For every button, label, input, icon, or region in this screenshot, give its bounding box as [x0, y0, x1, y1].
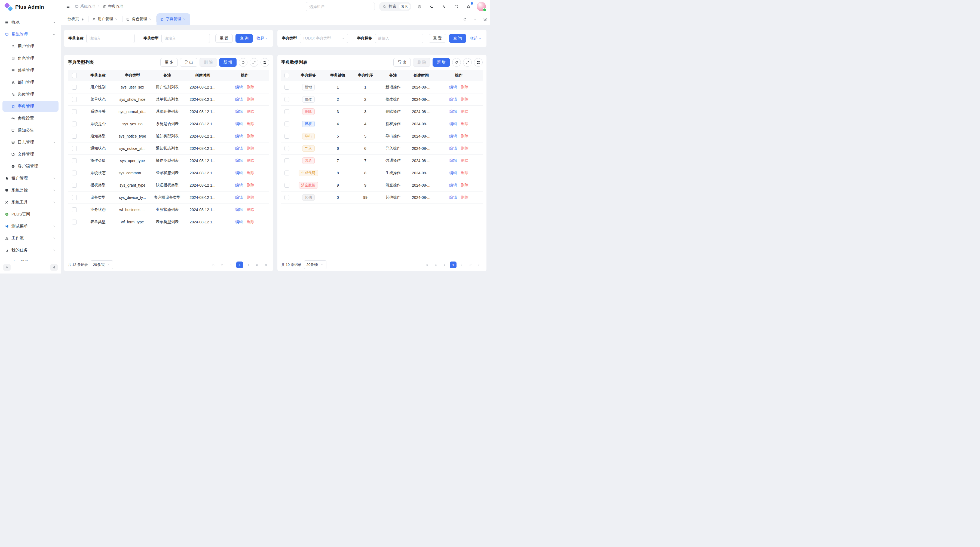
row-checkbox[interactable]: [285, 97, 290, 102]
delete-button[interactable]: 删 除: [200, 58, 217, 67]
delete-link[interactable]: 删除: [247, 97, 254, 101]
row-checkbox[interactable]: [285, 146, 290, 151]
sidebar-item-dict[interactable]: 字典管理: [2, 101, 59, 112]
reset-button[interactable]: 重 置: [215, 34, 233, 43]
delete-link[interactable]: 删除: [247, 134, 254, 138]
edit-link[interactable]: 编辑: [449, 183, 457, 187]
delete-link[interactable]: 删除: [247, 85, 254, 89]
page-size-select[interactable]: 20条/页: [91, 260, 113, 269]
table-columns-icon[interactable]: [261, 58, 269, 67]
prev-page-icon[interactable]: [441, 262, 448, 268]
dict-label-input[interactable]: [375, 34, 423, 43]
select-all-checkbox[interactable]: [285, 73, 290, 78]
delete-link[interactable]: 删除: [461, 146, 468, 150]
row-checkbox[interactable]: [285, 121, 290, 126]
sidebar-item-user[interactable]: 用户管理: [2, 41, 59, 52]
dict-data-row[interactable]: 清空数据99清空操作2024-08-...编辑删除: [281, 179, 483, 191]
delete-link[interactable]: 删除: [247, 195, 254, 199]
edit-link[interactable]: 编辑: [449, 85, 457, 89]
delete-link[interactable]: 删除: [461, 134, 468, 138]
edit-link[interactable]: 编辑: [235, 146, 243, 150]
add-button[interactable]: 新 增: [433, 58, 450, 67]
next-group-icon[interactable]: [467, 262, 474, 268]
dict-type-row[interactable]: 通知状态sys_notice_st...通知状态列表2024-08-12 1..…: [68, 142, 269, 155]
dict-type-row[interactable]: 系统开关sys_normal_di...系统开关列表2024-08-12 1..…: [68, 106, 269, 118]
sidebar-item-overview[interactable]: 概览: [2, 17, 59, 28]
page-size-select[interactable]: 20条/页: [304, 260, 326, 269]
sidebar-item-menu[interactable]: 菜单管理: [2, 65, 59, 76]
edit-link[interactable]: 编辑: [235, 183, 243, 187]
table-refresh-icon[interactable]: [452, 58, 461, 67]
language-translate-icon[interactable]: [440, 2, 448, 11]
prev-page-icon[interactable]: [228, 262, 234, 268]
close-icon[interactable]: [183, 17, 187, 21]
collapse-link[interactable]: 收起: [256, 36, 269, 41]
dict-type-row[interactable]: 系统是否sys_yes_no系统是否列表2024-08-12 1...编辑删除: [68, 118, 269, 130]
row-checkbox[interactable]: [72, 195, 77, 200]
sidebar-item-post[interactable]: 岗位管理: [2, 89, 59, 100]
sidebar-item-client[interactable]: 客户端管理: [2, 161, 59, 172]
pin-icon[interactable]: [81, 17, 85, 21]
breadcrumb-dict[interactable]: 字典管理: [103, 4, 123, 9]
edit-link[interactable]: 编辑: [235, 171, 243, 175]
edit-link[interactable]: 编辑: [235, 134, 243, 138]
fullscreen-icon[interactable]: [452, 2, 460, 11]
export-button[interactable]: 导 出: [180, 58, 197, 67]
current-page[interactable]: 1: [236, 262, 243, 268]
row-checkbox[interactable]: [72, 97, 77, 102]
first-page-icon[interactable]: [423, 262, 430, 268]
export-button[interactable]: 导 出: [393, 58, 411, 67]
last-page-icon[interactable]: [476, 262, 483, 268]
row-checkbox[interactable]: [285, 109, 290, 114]
dict-data-row[interactable]: 新增11新增操作2024-08-...编辑删除: [281, 81, 483, 93]
sidebar-item-tool[interactable]: 系统工具: [2, 197, 59, 207]
current-page[interactable]: 1: [450, 262, 457, 268]
sidebar-item-notice[interactable]: 通知公告: [2, 125, 59, 136]
next-page-icon[interactable]: [458, 262, 465, 268]
sidebar-item-monitor[interactable]: 系统监控: [2, 185, 59, 196]
row-checkbox[interactable]: [72, 158, 77, 163]
notifications-bell-icon[interactable]: [465, 2, 473, 11]
dict-type-row[interactable]: 业务状态wf_business_...业务状态列表2024-08-12 1...…: [68, 204, 269, 216]
edit-link[interactable]: 编辑: [235, 195, 243, 199]
query-button[interactable]: 查 询: [235, 34, 253, 43]
breadcrumb-system[interactable]: 系统管理: [75, 4, 95, 9]
sidebar-item-system[interactable]: 系统管理: [2, 29, 59, 40]
table-expand-icon[interactable]: [463, 58, 472, 67]
dark-mode-moon-icon[interactable]: [428, 2, 436, 11]
delete-link[interactable]: 删除: [461, 97, 468, 101]
dict-type-row[interactable]: 授权类型sys_grant_type认证授权类型2024-08-12 1...编…: [68, 179, 269, 191]
edit-link[interactable]: 编辑: [449, 109, 457, 113]
delete-button[interactable]: 删 除: [413, 58, 430, 67]
tab-dict[interactable]: 字典管理: [156, 13, 190, 25]
delete-link[interactable]: 删除: [461, 183, 468, 187]
edit-link[interactable]: 编辑: [449, 195, 457, 199]
next-group-icon[interactable]: [254, 262, 261, 268]
dict-type-row[interactable]: 通知类型sys_notice_type通知类型列表2024-08-12 1...…: [68, 130, 269, 142]
dict-type-row[interactable]: 表单类型wf_form_type表单类型列表2024-08-12 1...编辑删…: [68, 216, 269, 228]
dict-type-row[interactable]: 用户性别sys_user_sex用户性别列表2024-08-12 1...编辑删…: [68, 81, 269, 93]
row-checkbox[interactable]: [285, 171, 290, 175]
sidebar-pin-button[interactable]: [50, 264, 58, 271]
select-all-checkbox[interactable]: [72, 73, 77, 78]
delete-link[interactable]: 删除: [461, 85, 468, 89]
last-page-icon[interactable]: [262, 262, 269, 268]
global-search-button[interactable]: 搜索 ⌘ K: [379, 2, 411, 11]
tab-role[interactable]: 角色管理: [123, 13, 156, 25]
sidebar-collapse-button[interactable]: [3, 264, 11, 271]
row-checkbox[interactable]: [285, 134, 290, 139]
row-checkbox[interactable]: [72, 220, 77, 225]
edit-link[interactable]: 编辑: [235, 220, 243, 224]
sidebar-item-my-task[interactable]: 我的任务: [2, 245, 59, 255]
delete-link[interactable]: 删除: [461, 121, 468, 126]
edit-link[interactable]: 编辑: [449, 97, 457, 101]
close-icon[interactable]: [149, 17, 153, 21]
dict-data-row[interactable]: 导入66导入操作2024-08-...编辑删除: [281, 142, 483, 155]
delete-link[interactable]: 删除: [247, 158, 254, 163]
hamburger-menu-icon[interactable]: [64, 2, 72, 11]
row-checkbox[interactable]: [285, 85, 290, 89]
dict-type-row[interactable]: 设备类型sys_device_ty...客户端设备类型2024-08-12 1.…: [68, 191, 269, 204]
dict-name-input[interactable]: [86, 34, 135, 43]
row-checkbox[interactable]: [285, 158, 290, 163]
dict-type-row[interactable]: 菜单状态sys_show_hide菜单状态列表2024-08-12 1...编辑…: [68, 93, 269, 106]
